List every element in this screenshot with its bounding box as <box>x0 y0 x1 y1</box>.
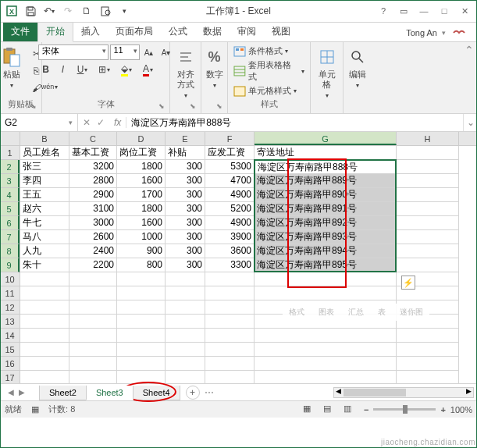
format-table-button[interactable]: 套用表格格式 ▾ <box>232 59 306 84</box>
cell[interactable]: 海淀区万寿南路甲888号 <box>255 160 397 174</box>
zoom-level[interactable]: 100% <box>450 405 472 414</box>
col-header[interactable]: D <box>117 132 166 145</box>
cell[interactable]: 李四 <box>20 174 69 188</box>
row-header[interactable]: 9 <box>0 258 20 272</box>
cell[interactable] <box>397 258 459 272</box>
ribbon-options-icon[interactable]: ▭ <box>394 3 413 19</box>
font-size-select[interactable]: 11 <box>110 44 140 60</box>
cell[interactable]: 1600 <box>117 174 166 188</box>
cell[interactable] <box>205 371 255 383</box>
cell[interactable] <box>117 286 166 300</box>
tab-data[interactable]: 数据 <box>195 22 230 41</box>
cell[interactable]: 3200 <box>69 160 117 174</box>
cell[interactable]: 300 <box>166 230 205 244</box>
cell[interactable] <box>20 329 69 343</box>
cell[interactable]: 5200 <box>205 202 255 216</box>
cell[interactable]: 1000 <box>117 230 166 244</box>
cell[interactable]: 800 <box>117 258 166 272</box>
cell[interactable] <box>205 286 255 300</box>
excel-icon[interactable]: X <box>3 2 20 20</box>
launcher-icon[interactable]: ⬊ <box>158 102 168 112</box>
cell[interactable] <box>166 343 205 357</box>
cell[interactable] <box>255 371 397 383</box>
col-header[interactable]: G <box>255 132 397 145</box>
cell[interactable]: 王五 <box>20 188 69 202</box>
cell-styles-button[interactable]: 单元格样式 ▾ <box>232 84 306 98</box>
bold-button[interactable]: B <box>38 62 54 77</box>
cell[interactable] <box>69 329 117 343</box>
sheet-nav-prev-icon[interactable]: ◀ <box>8 388 14 396</box>
cell[interactable] <box>397 188 459 202</box>
cell[interactable]: 2900 <box>69 188 117 202</box>
cell[interactable]: 300 <box>166 160 205 174</box>
launcher-icon[interactable]: ⬊ <box>190 102 199 112</box>
launcher-icon[interactable]: ⬊ <box>30 102 40 112</box>
preview-icon[interactable] <box>97 2 114 20</box>
cell[interactable]: 岗位工资 <box>117 146 166 160</box>
col-header[interactable]: B <box>20 132 69 145</box>
cell[interactable]: 海淀区万寿南路甲892号 <box>255 216 397 230</box>
cell[interactable] <box>397 244 459 258</box>
tab-formula[interactable]: 公式 <box>161 22 195 41</box>
tab-layout[interactable]: 页面布局 <box>108 22 161 41</box>
cell[interactable] <box>205 343 255 357</box>
cell[interactable] <box>166 272 205 286</box>
minimize-icon[interactable]: — <box>415 3 433 19</box>
cell[interactable] <box>205 272 255 286</box>
row-header[interactable]: 11 <box>0 286 20 300</box>
cell[interactable]: 1800 <box>117 160 166 174</box>
cell[interactable]: 3600 <box>205 244 255 258</box>
row-header[interactable]: 6 <box>0 216 20 230</box>
undo-icon[interactable]: ↶▾ <box>41 2 58 20</box>
cell[interactable] <box>397 146 459 160</box>
cell[interactable]: 张三 <box>20 160 69 174</box>
page-break-icon[interactable]: ▥ <box>344 404 359 416</box>
cells-button[interactable]: 单元格▾ <box>313 44 341 102</box>
expand-formula-icon[interactable]: ⌄ <box>463 114 477 131</box>
col-header[interactable]: H <box>397 132 459 145</box>
cell[interactable] <box>117 272 166 286</box>
fx-icon[interactable]: fx <box>109 117 126 128</box>
page-layout-icon[interactable]: ▤ <box>323 404 339 416</box>
help-icon[interactable]: ? <box>374 3 393 19</box>
cell[interactable]: 300 <box>166 216 205 230</box>
cell[interactable] <box>166 300 205 315</box>
cell[interactable]: 补贴 <box>166 146 205 160</box>
editing-button[interactable]: 编辑▾ <box>344 44 372 91</box>
collapse-ribbon-icon[interactable]: ⌃ <box>465 44 474 56</box>
zoom-slider[interactable] <box>373 408 436 411</box>
cell[interactable]: 4900 <box>205 216 255 230</box>
cell[interactable] <box>20 371 69 383</box>
cell[interactable] <box>117 357 166 371</box>
cell[interactable] <box>69 371 117 383</box>
cell[interactable] <box>117 329 166 343</box>
row-header[interactable]: 7 <box>0 230 20 244</box>
cell[interactable]: 寄送地址 <box>255 146 397 160</box>
row-header[interactable]: 1 <box>0 146 20 160</box>
cell[interactable] <box>166 315 205 329</box>
tab-file[interactable]: 文件 <box>3 22 37 41</box>
cell[interactable] <box>205 315 255 329</box>
row-header[interactable]: 2 <box>0 160 20 174</box>
save-icon[interactable] <box>22 2 39 20</box>
cell[interactable]: 5300 <box>205 160 255 174</box>
tab-home[interactable]: 开始 <box>37 21 73 42</box>
cell[interactable]: 牛七 <box>20 216 69 230</box>
cell[interactable]: 1700 <box>117 188 166 202</box>
cell[interactable]: 2800 <box>69 174 117 188</box>
cell[interactable]: 4700 <box>205 174 255 188</box>
macro-record-icon[interactable]: ▦ <box>31 404 39 414</box>
cell[interactable]: 3900 <box>205 230 255 244</box>
row-header[interactable]: 14 <box>0 329 20 343</box>
number-button[interactable]: % 数字▾ <box>201 44 229 91</box>
col-header[interactable]: E <box>166 132 205 145</box>
cell[interactable]: 3100 <box>69 202 117 216</box>
cell[interactable] <box>69 286 117 300</box>
cell[interactable]: 海淀区万寿南路甲893号 <box>255 230 397 244</box>
cell[interactable] <box>255 343 397 357</box>
cell[interactable]: 人九 <box>20 244 69 258</box>
font-color-button[interactable]: A▾ <box>138 62 158 77</box>
sheet-tab-3[interactable]: Sheet3 <box>86 386 133 400</box>
cell[interactable] <box>20 357 69 371</box>
horizontal-scrollbar[interactable]: ◀▶ <box>333 387 474 398</box>
